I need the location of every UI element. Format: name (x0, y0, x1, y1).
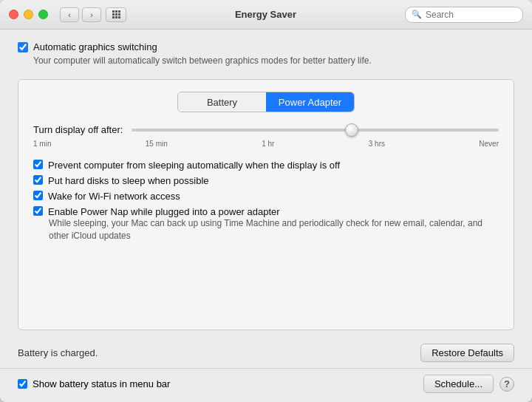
auto-graphics-checkbox[interactable] (18, 42, 28, 52)
grid-view-button[interactable] (106, 7, 126, 22)
display-off-slider-section: Turn display off after: 1 min 15 min 1 h… (33, 124, 499, 148)
tick-3hrs: 3 hrs (369, 140, 385, 148)
auto-graphics-row: Automatic graphics switching (18, 41, 514, 52)
main-panel: Battery Power Adapter Turn display off a… (18, 79, 514, 330)
option-row-2: Wake for Wi-Fi network access (33, 191, 499, 202)
slider-track[interactable] (132, 129, 499, 132)
tick-1hr: 1 hr (262, 140, 274, 148)
footer-bar: Show battery status in menu bar Schedule… (0, 368, 532, 402)
nav-buttons: ‹ › (60, 7, 101, 22)
option-checkbox-3[interactable] (33, 206, 43, 216)
auto-graphics-section: Automatic graphics switching Your comput… (18, 41, 514, 72)
option-subtext-3: While sleeping, your Mac can back up usi… (49, 217, 499, 242)
show-battery-checkbox[interactable] (18, 379, 27, 389)
grid-icon (112, 10, 120, 18)
tick-15min: 15 min (146, 140, 168, 148)
option-hard-disks: Put hard disks to sleep when possible (33, 175, 499, 186)
content-area: Automatic graphics switching Your comput… (0, 30, 532, 339)
tick-1min: 1 min (33, 140, 51, 148)
help-button[interactable]: ? (499, 377, 514, 392)
search-bar[interactable]: 🔍 (405, 7, 523, 23)
maximize-button[interactable] (38, 10, 48, 19)
option-row-3: Enable Power Nap while plugged into a po… (33, 206, 499, 217)
window-title: Energy Saver (126, 9, 405, 20)
auto-graphics-sublabel: Your computer will automatically switch … (33, 55, 514, 66)
options-list: Prevent computer from sleeping automatic… (33, 160, 499, 242)
option-row-0: Prevent computer from sleeping automatic… (33, 160, 499, 171)
battery-status: Battery is charged. (18, 347, 98, 358)
titlebar: ‹ › Energy Saver 🔍 (0, 0, 532, 30)
tab-battery[interactable]: Battery (178, 92, 266, 112)
option-checkbox-2[interactable] (33, 191, 43, 200)
slider-label-row: Turn display off after: (33, 124, 499, 135)
slider-thumb[interactable] (345, 123, 358, 137)
option-checkbox-1[interactable] (33, 175, 43, 185)
search-input[interactable] (426, 10, 516, 20)
schedule-button[interactable]: Schedule... (423, 375, 494, 393)
slider-fill (132, 129, 352, 132)
option-power-nap: Enable Power Nap while plugged into a po… (33, 206, 499, 242)
option-label-3: Enable Power Nap while plugged into a po… (48, 206, 280, 217)
tick-never: Never (479, 140, 499, 148)
minimize-button[interactable] (24, 10, 33, 19)
show-battery-label: Show battery status in menu bar (33, 378, 170, 389)
close-button[interactable] (9, 10, 18, 19)
search-icon: 🔍 (412, 10, 422, 19)
option-prevent-sleep: Prevent computer from sleeping automatic… (33, 160, 499, 171)
tab-power-adapter[interactable]: Power Adapter (266, 92, 354, 112)
footer-right: Schedule... ? (423, 375, 514, 393)
back-button[interactable]: ‹ (60, 7, 79, 22)
slider-ticks: 1 min 15 min 1 hr 3 hrs Never (33, 140, 499, 148)
restore-defaults-button[interactable]: Restore Defaults (420, 344, 514, 362)
auto-graphics-label: Automatic graphics switching (33, 41, 157, 52)
window: ‹ › Energy Saver 🔍 Automatic graphics sw… (0, 0, 532, 402)
bottom-bar: Battery is charged. Restore Defaults (0, 339, 532, 368)
option-row-1: Put hard disks to sleep when possible (33, 175, 499, 186)
option-wifi: Wake for Wi-Fi network access (33, 191, 499, 202)
traffic-lights (9, 10, 48, 19)
option-label-0: Prevent computer from sleeping automatic… (48, 160, 340, 171)
option-label-2: Wake for Wi-Fi network access (48, 191, 180, 202)
option-checkbox-0[interactable] (33, 160, 43, 169)
footer-left: Show battery status in menu bar (18, 378, 170, 389)
slider-label: Turn display off after: (33, 124, 123, 135)
option-label-1: Put hard disks to sleep when possible (48, 175, 209, 186)
forward-button[interactable]: › (82, 7, 101, 22)
tab-switcher: Battery Power Adapter (177, 92, 355, 112)
